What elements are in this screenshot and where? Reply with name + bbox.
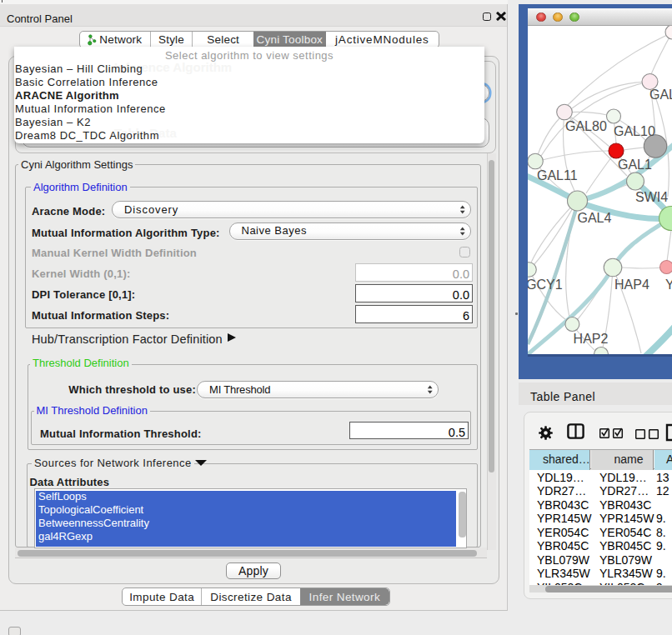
svg-text:GAL11: GAL11 [537, 168, 578, 182]
svg-text:GAL1: GAL1 [618, 158, 652, 172]
svg-text:GAL10: GAL10 [614, 124, 655, 138]
svg-text:HAP2: HAP2 [574, 332, 609, 346]
svg-text:GAL4: GAL4 [578, 211, 612, 225]
svg-text:GCY1: GCY1 [528, 278, 563, 292]
svg-text:SWI4: SWI4 [635, 190, 668, 204]
svg-text:HAP4: HAP4 [614, 278, 649, 292]
svg-text:GAL7: GAL7 [649, 88, 672, 102]
svg-text:GAL80: GAL80 [565, 119, 607, 133]
svg-text:YM: YM [665, 278, 672, 292]
